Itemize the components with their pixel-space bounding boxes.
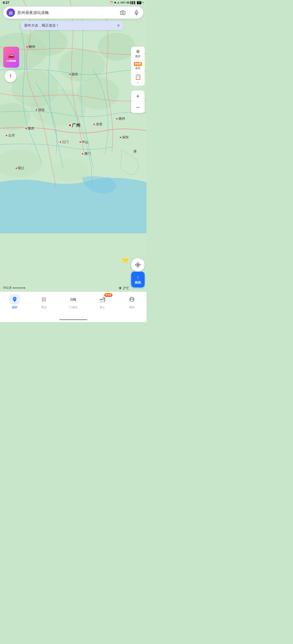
5g-icon: 5G xyxy=(126,2,130,4)
weather-info: ☀ 2℃ xyxy=(118,286,129,291)
route-arrow-icon: ↑ xyxy=(137,275,139,280)
status-icons: ⏰ ✱ ◎ WiFi 5G ▌▌▌ 77 xyxy=(110,1,144,4)
route-label: 路线 xyxy=(135,280,141,285)
nav-item-nearby[interactable]: 周边 xyxy=(30,294,59,310)
svg-point-10 xyxy=(51,159,89,182)
search-text[interactable]: 苏州昼夜游玩攻略 xyxy=(17,10,117,16)
city-label-dongguan: 东莞 xyxy=(93,122,102,126)
battery-level: 77 xyxy=(137,1,141,4)
star-icon[interactable]: ⭐ xyxy=(121,256,129,264)
layers-button[interactable]: ⊛ 图层 xyxy=(131,47,145,60)
nearby-icon-wrap xyxy=(39,294,49,304)
svg-point-16 xyxy=(137,264,139,266)
wifi-icon: WiFi xyxy=(120,1,126,4)
city-label-jiangmen: 江门 xyxy=(60,140,68,144)
route-button[interactable]: ↑ 路线 xyxy=(131,272,145,288)
city-label-zhaoqing: 肇庆 xyxy=(25,126,34,131)
layers-label: 图层 xyxy=(135,54,140,58)
svg-marker-15 xyxy=(10,76,11,79)
bottom-navigation: 出行 周边 订酒店 享免单 虾仁 xyxy=(0,292,146,322)
publish-button[interactable]: 新鲜事 发布 xyxy=(131,60,145,72)
nav-item-hotel[interactable]: 订酒店 xyxy=(58,294,88,310)
scale-text: 50公里 xyxy=(3,286,12,290)
city-label-macao: 澳门 xyxy=(82,152,91,156)
right-tools-panel: ⊛ 图层 新鲜事 发布 📋 ⌄ xyxy=(131,47,145,86)
svg-marker-14 xyxy=(10,74,11,76)
hotel-label: 订酒店 xyxy=(69,306,78,310)
signal-icon: ▌▌▌ xyxy=(130,1,136,4)
nearby-label: 周边 xyxy=(41,306,47,310)
camera-button[interactable] xyxy=(119,9,126,16)
publish-badge: 新鲜事 xyxy=(134,62,142,66)
zoom-in-button[interactable]: + xyxy=(131,90,145,102)
chevron-down-icon: ⌄ xyxy=(136,80,139,84)
nav-item-more[interactable]: 我的 xyxy=(117,294,146,310)
scale-bar: 50公里 xyxy=(3,286,25,290)
promo-car-icon: 🚗 xyxy=(8,52,15,58)
map-container[interactable] xyxy=(0,0,146,322)
scale-line xyxy=(13,288,25,288)
city-label-qingyuan: 清远 xyxy=(36,108,44,112)
weather-icon: ☀ xyxy=(118,286,122,291)
city-label-chenzhou: 郴州 xyxy=(26,45,35,49)
alarm-icon: ⏰ xyxy=(110,1,113,4)
city-label-yunfu: 云浮 xyxy=(6,134,15,138)
zoom-in-icon: + xyxy=(136,93,140,100)
zoom-out-button[interactable]: − xyxy=(131,102,145,113)
city-label-yangjiang: 阳江 xyxy=(16,166,24,170)
city-label-shenzhen: 深圳 xyxy=(120,135,128,140)
location-button[interactable] xyxy=(131,258,145,272)
travel-label: 出行 xyxy=(12,306,18,310)
nav-item-travel[interactable]: 出行 xyxy=(0,294,30,310)
battery-dot xyxy=(142,2,144,3)
city-label-zhongshan: 中山 xyxy=(79,140,88,144)
promo-badge[interactable]: 🚗 V20新春版 xyxy=(3,47,19,68)
svg-point-11 xyxy=(122,12,124,14)
status-time: 8:27 xyxy=(3,1,9,4)
svg-point-3 xyxy=(58,49,105,82)
city-label-hongkong: 港 xyxy=(134,149,137,154)
zoom-controls: + − xyxy=(131,90,145,113)
avatar-icon: 🤖 xyxy=(8,10,13,15)
zoom-out-icon: − xyxy=(136,104,140,110)
city-label-shaoguan: 韶关 xyxy=(69,72,78,76)
hotel-icon-wrap xyxy=(68,294,78,304)
bluetooth-icon: ✱ xyxy=(114,1,116,4)
location-icon: ◎ xyxy=(117,1,120,4)
promo-label: V20新春版 xyxy=(6,60,16,62)
weather-temp: 2℃ xyxy=(123,286,129,290)
doc-icon: 📋 xyxy=(135,74,141,80)
travel-icon-wrap xyxy=(10,294,20,304)
status-bar: 8:27 ⏰ ✱ ◎ WiFi 5G ▌▌▌ 77 xyxy=(0,0,146,5)
more-icon-wrap xyxy=(127,294,137,304)
search-bar[interactable]: 🤖 苏州昼夜游玩攻略 xyxy=(3,6,143,19)
compass[interactable] xyxy=(5,70,16,82)
banner-close-button[interactable]: ✕ xyxy=(117,23,120,28)
search-avatar[interactable]: 🤖 xyxy=(6,8,15,17)
search-divider xyxy=(130,10,130,16)
nav-item-takeout[interactable]: 享免单 虾仁 xyxy=(88,294,117,310)
banner-notification: 新年大吉，喝王老吉！ ✕ xyxy=(21,21,123,30)
city-label-guangzhou: 广州 xyxy=(69,122,80,128)
takeout-badge: 享免单 xyxy=(104,293,112,297)
svg-point-2 xyxy=(26,28,68,56)
banner-text: 新年大吉，喝王老吉！ xyxy=(24,23,59,28)
collapse-button[interactable]: 📋 ⌄ xyxy=(131,72,145,86)
layers-icon: ⊛ xyxy=(136,48,140,54)
svg-point-4 xyxy=(98,33,135,61)
mic-button[interactable] xyxy=(133,9,140,16)
publish-label: 发布 xyxy=(135,66,140,70)
svg-point-17 xyxy=(136,263,140,267)
takeout-label: 虾仁 xyxy=(100,306,106,310)
city-label-huizhou: 惠州 xyxy=(116,117,125,121)
more-label: 我的 xyxy=(129,306,134,310)
home-indicator xyxy=(59,319,87,320)
